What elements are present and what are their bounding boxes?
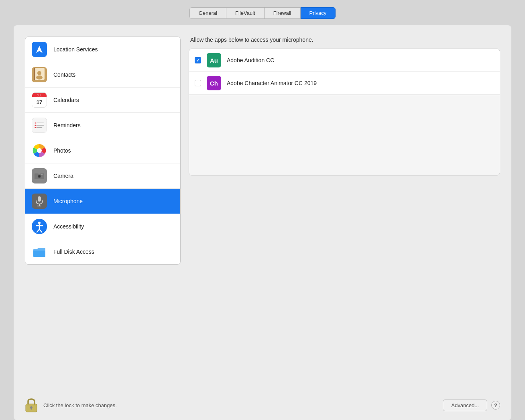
tab-filevault[interactable]: FileVault bbox=[226, 7, 265, 19]
sidebar-item-full-disk-access[interactable]: Full Disk Access bbox=[25, 239, 180, 264]
calendars-icon: 17 JUL bbox=[32, 92, 47, 108]
tab-bar: General FileVault Firewall Privacy bbox=[189, 7, 336, 19]
main-area: Location Services Contacts bbox=[14, 25, 511, 420]
checkbox-adobe-audition[interactable] bbox=[195, 57, 201, 63]
help-button[interactable]: ? bbox=[491, 401, 500, 410]
microphone-icon bbox=[32, 194, 47, 209]
sidebar-item-camera[interactable]: Camera bbox=[25, 163, 180, 189]
lock-icon[interactable] bbox=[25, 398, 38, 413]
svg-point-4 bbox=[37, 71, 41, 75]
sidebar-label-microphone: Microphone bbox=[53, 198, 83, 204]
svg-point-29 bbox=[38, 222, 41, 224]
location-icon bbox=[32, 42, 47, 57]
svg-marker-0 bbox=[36, 46, 43, 53]
full-disk-access-icon bbox=[32, 244, 47, 259]
svg-rect-24 bbox=[41, 174, 43, 175]
sidebar-label-reminders: Reminders bbox=[53, 122, 81, 128]
right-panel: Allow the apps below to access your micr… bbox=[189, 37, 500, 386]
lock-text: Click the lock to make changes. bbox=[43, 402, 117, 408]
sidebar-label-location-services: Location Services bbox=[53, 46, 98, 53]
sidebar-label-photos: Photos bbox=[53, 147, 71, 154]
reminders-icon bbox=[32, 118, 47, 133]
sidebar-item-contacts[interactable]: Contacts bbox=[25, 62, 180, 88]
svg-text:JUL: JUL bbox=[37, 94, 42, 97]
sidebar-item-calendars[interactable]: 17 JUL Calendars bbox=[25, 88, 180, 113]
sidebar-label-camera: Camera bbox=[53, 173, 73, 179]
sidebar-label-calendars: Calendars bbox=[53, 97, 79, 103]
app-row-adobe-audition: Au Adobe Audition CC bbox=[189, 49, 500, 72]
tab-privacy[interactable]: Privacy bbox=[301, 7, 336, 19]
bottom-right: Advanced... ? bbox=[443, 400, 500, 411]
app-name-adobe-character-animator: Adobe Character Animator CC 2019 bbox=[227, 80, 317, 86]
app-row-adobe-character-animator: Ch Adobe Character Animator CC 2019 bbox=[189, 72, 500, 95]
camera-icon bbox=[32, 168, 47, 183]
tab-general[interactable]: General bbox=[189, 7, 226, 19]
svg-rect-36 bbox=[31, 408, 32, 410]
photos-icon bbox=[32, 143, 47, 158]
sidebar-item-reminders[interactable]: Reminders bbox=[25, 113, 180, 138]
description-text: Allow the apps below to access your micr… bbox=[189, 37, 500, 43]
app-name-adobe-audition: Adobe Audition CC bbox=[227, 57, 274, 63]
bottom-bar: Click the lock to make changes. Advanced… bbox=[25, 390, 500, 420]
checkbox-adobe-character-animator[interactable] bbox=[195, 80, 201, 86]
tab-firewall[interactable]: Firewall bbox=[265, 7, 301, 19]
app-icon-adobe-character-animator: Ch bbox=[207, 76, 221, 90]
bottom-left: Click the lock to make changes. bbox=[25, 398, 117, 413]
sidebar-item-location-services[interactable]: Location Services bbox=[25, 37, 180, 62]
sidebar-item-accessibility[interactable]: Accessibility bbox=[25, 214, 180, 239]
sidebar-label-accessibility: Accessibility bbox=[53, 223, 84, 230]
contacts-icon bbox=[32, 67, 47, 82]
svg-rect-25 bbox=[38, 196, 41, 202]
advanced-button[interactable]: Advanced... bbox=[443, 400, 487, 411]
sidebar-label-contacts: Contacts bbox=[53, 71, 75, 78]
sidebar: Location Services Contacts bbox=[25, 37, 181, 265]
apps-list: Au Adobe Audition CC Ch Adobe Character … bbox=[189, 49, 500, 175]
sidebar-label-full-disk-access: Full Disk Access bbox=[53, 249, 94, 255]
svg-point-23 bbox=[39, 175, 41, 177]
svg-rect-3 bbox=[34, 68, 35, 80]
svg-text:17: 17 bbox=[37, 99, 43, 105]
apps-list-empty-area bbox=[189, 95, 500, 175]
svg-point-5 bbox=[36, 75, 43, 80]
svg-point-19 bbox=[37, 148, 42, 153]
content-row: Location Services Contacts bbox=[25, 37, 500, 386]
app-icon-adobe-audition: Au bbox=[207, 53, 221, 67]
accessibility-icon bbox=[32, 219, 47, 234]
sidebar-item-photos[interactable]: Photos bbox=[25, 138, 180, 163]
sidebar-item-microphone[interactable]: Microphone bbox=[25, 189, 180, 214]
